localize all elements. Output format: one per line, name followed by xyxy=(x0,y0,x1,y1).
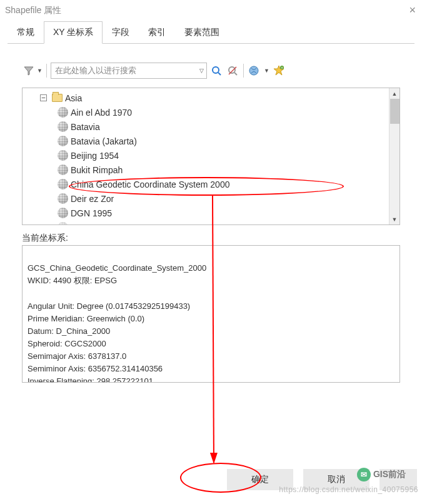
tree-item[interactable]: Batavia xyxy=(40,119,399,134)
scroll-up-icon[interactable]: ▲ xyxy=(389,88,399,99)
tree-item[interactable]: Deir ez Zor xyxy=(40,191,399,206)
tree-item-label: DDI IKDEE 02 xyxy=(71,223,126,226)
tree-item[interactable]: Beijing 1954 xyxy=(40,148,399,163)
svg-line-1 xyxy=(218,73,221,75)
tab-index[interactable]: 索引 xyxy=(139,21,175,44)
svg-point-0 xyxy=(213,67,219,73)
add-favorite-icon[interactable]: + xyxy=(272,64,286,78)
tab-general[interactable]: 常规 xyxy=(8,21,44,44)
close-icon[interactable]: × xyxy=(409,4,416,17)
tab-strip: 常规 XY 坐标系 字段 索引 要素范围 xyxy=(0,21,422,43)
tree-item[interactable]: Batavia (Jakarta) xyxy=(40,134,399,148)
tab-xy-crs[interactable]: XY 坐标系 xyxy=(44,21,103,44)
svg-text:+: + xyxy=(281,66,283,70)
separator-icon xyxy=(46,64,47,78)
globe-icon xyxy=(58,164,68,175)
watermark-logo: ✉GIS前沿 xyxy=(357,468,406,481)
tree-item[interactable]: Bukit Rimpah xyxy=(40,163,399,177)
scroll-down-icon[interactable]: ▼ xyxy=(389,214,399,224)
new-crs-dropdown[interactable]: ▼ xyxy=(264,68,269,74)
separator-icon xyxy=(243,64,244,78)
scroll-thumb[interactable] xyxy=(390,99,399,124)
tree-item-label: Ain el Abd 1970 xyxy=(71,108,132,118)
watermark-text: https://blog.csdn.net/weixin_40075956 xyxy=(279,485,418,494)
toolbar: ▼ 在此处输入以进行搜索 ▽ ▼ + xyxy=(22,63,400,79)
folder-label: Asia xyxy=(65,93,82,103)
tree-item-label: China Geodetic Coordinate System 2000 xyxy=(71,179,229,189)
current-crs-label: 当前坐标系: xyxy=(22,233,400,244)
globe-icon xyxy=(58,121,68,132)
tab-content: ▼ 在此处输入以进行搜索 ▽ ▼ + − Asia Ain el Abd 197… xyxy=(0,44,422,383)
tab-fields[interactable]: 字段 xyxy=(103,21,139,44)
svg-line-3 xyxy=(234,73,237,75)
svg-point-2 xyxy=(229,67,235,73)
globe-icon xyxy=(58,150,68,161)
tree-item-label: DGN 1995 xyxy=(71,208,112,218)
tree-item-label: Deir ez Zor xyxy=(71,194,114,204)
globe-icon xyxy=(58,193,68,204)
tree-folder-asia[interactable]: − Asia xyxy=(40,91,399,105)
tree-item[interactable]: Ain el Abd 1970 xyxy=(40,105,399,119)
folder-icon xyxy=(52,94,63,102)
crs-tree[interactable]: − Asia Ain el Abd 1970 Batavia Batavia (… xyxy=(22,88,400,225)
collapse-icon[interactable]: − xyxy=(40,94,47,101)
search-placeholder: 在此处输入以进行搜索 xyxy=(55,65,136,76)
tab-extent[interactable]: 要素范围 xyxy=(175,21,229,44)
tree-item[interactable]: DGN 1995 xyxy=(40,206,399,220)
tree-item-label: Batavia (Jakarta) xyxy=(71,136,137,146)
filter-dropdown[interactable]: ▼ xyxy=(37,68,43,74)
new-crs-icon[interactable] xyxy=(248,64,261,78)
tree-item-label: Batavia xyxy=(71,122,100,132)
titlebar: Shapefile 属性 × xyxy=(0,0,422,21)
tree-item[interactable]: DDI IKDEE 02 xyxy=(40,220,399,225)
svg-point-5 xyxy=(249,66,258,75)
globe-icon xyxy=(58,136,68,146)
tree-item-label: Beijing 1954 xyxy=(71,151,119,161)
filter-icon[interactable] xyxy=(22,64,36,78)
crs-details: GCS_China_Geodetic_Coordinate_System_200… xyxy=(22,245,400,383)
globe-icon xyxy=(58,222,68,225)
clear-search-icon[interactable] xyxy=(226,64,239,78)
search-input[interactable]: 在此处输入以进行搜索 ▽ xyxy=(51,63,207,79)
chevron-down-icon[interactable]: ▽ xyxy=(199,68,204,74)
tree-item-label: Bukit Rimpah xyxy=(71,165,123,175)
scrollbar[interactable]: ▲ ▼ xyxy=(389,88,399,224)
crs-details-text: GCS_China_Geodetic_Coordinate_System_200… xyxy=(28,263,206,383)
globe-icon xyxy=(58,107,68,118)
globe-icon xyxy=(58,208,68,218)
window-title: Shapefile 属性 xyxy=(5,5,61,16)
tree-item-selected[interactable]: China Geodetic Coordinate System 2000 xyxy=(40,177,399,191)
globe-icon xyxy=(58,179,68,189)
search-icon[interactable] xyxy=(209,64,223,78)
